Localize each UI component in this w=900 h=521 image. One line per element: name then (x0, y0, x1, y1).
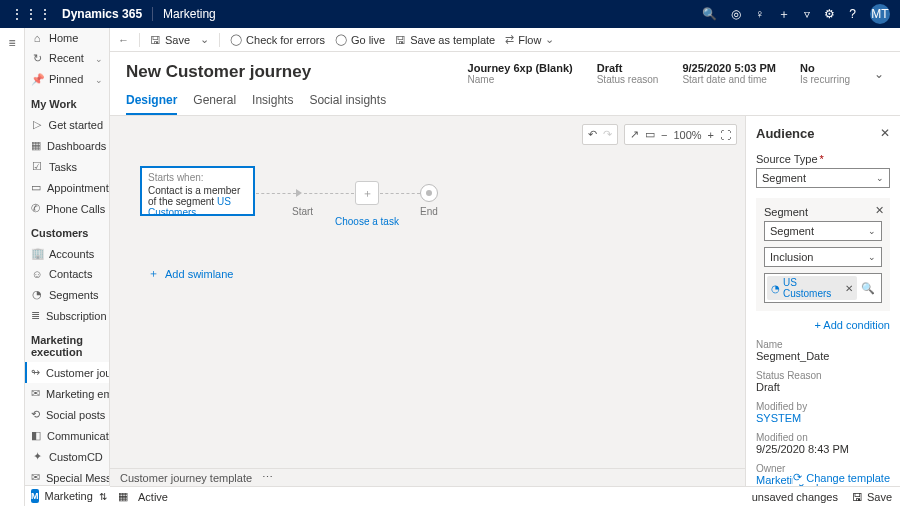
fullscreen[interactable]: ⛶ (720, 129, 731, 141)
tab-insights[interactable]: Insights (252, 93, 293, 115)
command-bar: ← 🖫Save ⌄ ◯Check for errors ◯Go live 🖫Sa… (110, 28, 900, 52)
calendar-icon: ▭ (31, 181, 41, 194)
settings-icon[interactable]: ⚙ (824, 7, 835, 21)
sidebar-contacts[interactable]: ☺Contacts (25, 264, 109, 284)
group-my-work: My Work (25, 90, 109, 114)
sidebar-phone[interactable]: ✆Phone Calls (25, 198, 109, 219)
inclusion-select[interactable]: Inclusion⌄ (764, 247, 882, 267)
segment-name: Segment_Date (756, 350, 890, 362)
live-icon: ◯ (335, 33, 347, 46)
template-more[interactable]: ⋯ (262, 471, 273, 484)
search-icon[interactable]: 🔍 (702, 7, 717, 21)
check-errors[interactable]: ◯Check for errors (230, 33, 325, 46)
status-bar: ▦ Active unsaved changes 🖫Save (110, 486, 900, 506)
filter-icon[interactable]: ▿ (804, 7, 810, 21)
sidebar-appointments[interactable]: ▭Appointments (25, 177, 109, 198)
play-icon: ▷ (31, 118, 43, 131)
swap-icon: ⟳ (793, 471, 802, 484)
segment-icon: ◔ (31, 288, 43, 301)
audience-node[interactable]: Starts when: Contact is a member of the … (140, 166, 255, 216)
back-icon: ← (118, 34, 129, 46)
sidebar-recent[interactable]: ↻Recent⌄ (25, 48, 109, 69)
add-condition[interactable]: + Add condition (814, 319, 890, 331)
segment-type-select[interactable]: Segment⌄ (764, 221, 882, 241)
redo-button[interactable]: ↷ (603, 128, 612, 141)
go-live[interactable]: ◯Go live (335, 33, 385, 46)
message-icon: ✉ (31, 471, 40, 484)
zoom-out[interactable]: − (661, 129, 667, 141)
segment-chip: ◔US Customers✕ (767, 276, 857, 300)
change-template[interactable]: ⟳Change template (793, 471, 890, 484)
hamburger-icon[interactable]: ≡ (8, 36, 15, 50)
record-status: Active (138, 491, 168, 503)
brand: Dynamics 365 (62, 7, 142, 21)
sidebar-pinned[interactable]: 📌Pinned⌄ (25, 69, 109, 90)
help-icon[interactable]: ? (849, 7, 856, 21)
check-icon: ☑ (31, 160, 43, 173)
flow-icon: ⇄ (505, 33, 514, 46)
flow-menu[interactable]: ⇄Flow⌄ (505, 33, 554, 46)
task-icon[interactable]: ◎ (731, 7, 741, 21)
start-label: Start (292, 206, 313, 217)
add-icon[interactable]: ＋ (778, 6, 790, 23)
sidebar-social[interactable]: ⟲Social posts (25, 404, 109, 425)
sidebar-comm[interactable]: ◧Communication D… (25, 425, 109, 446)
pin-icon: 📌 (31, 73, 43, 86)
end-label: End (420, 206, 438, 217)
back-button[interactable]: ← (118, 34, 129, 46)
footer-save[interactable]: 🖫Save (852, 491, 892, 503)
close-icon[interactable]: ✕ (880, 126, 890, 140)
add-swimlane[interactable]: ＋Add swimlane (148, 266, 233, 281)
updown-icon: ⇅ (99, 491, 107, 502)
save-split[interactable]: ⌄ (200, 33, 209, 46)
app-launcher-icon[interactable]: ⋮⋮⋮ (10, 6, 52, 22)
save-template[interactable]: 🖫Save as template (395, 34, 495, 46)
canvas-footer: Customer journey template ⋯ (110, 468, 745, 486)
sidebar-tasks[interactable]: ☑Tasks (25, 156, 109, 177)
sidebar-segments[interactable]: ◔Segments (25, 284, 109, 305)
sidebar-emails[interactable]: ✉Marketing emails (25, 383, 109, 404)
unsaved-indicator: unsaved changes (752, 491, 838, 503)
area-switcher[interactable]: M Marketing ⇅ (25, 485, 110, 506)
group-customers: Customers (25, 219, 109, 243)
sidebar-subs[interactable]: ≣Subscription lists (25, 305, 109, 326)
add-task-node[interactable]: ＋ (355, 181, 379, 205)
properties-pane: ✕ Audience Source Type Segment⌄ ✕ Segmen… (745, 116, 900, 506)
minimap-toggle[interactable]: ▭ (645, 128, 655, 141)
sidebar-custom[interactable]: ✦CustomCD (25, 446, 109, 467)
source-type-select[interactable]: Segment⌄ (756, 168, 890, 188)
segment-lookup[interactable]: ◔US Customers✕ 🔍 (764, 273, 882, 303)
designer-canvas[interactable]: ↶↷ ↗▭−100%+⛶ Starts when: Contact is a m… (110, 116, 745, 506)
undo-button[interactable]: ↶ (588, 128, 597, 141)
sidebar-home[interactable]: ⌂Home (25, 28, 109, 48)
sidebar-customer-journeys[interactable]: ↬Customer journeys (25, 362, 109, 383)
dashboard-icon: ▦ (31, 139, 41, 152)
segment-icon: ◔ (771, 283, 780, 294)
connector-tool[interactable]: ↗ (630, 128, 639, 141)
tab-social[interactable]: Social insights (309, 93, 386, 115)
modified-by[interactable]: SYSTEM (756, 412, 890, 424)
record-header: New Customer journey Journey 6xp (Blank)… (110, 52, 900, 85)
area-badge: M (31, 489, 39, 503)
tab-designer[interactable]: Designer (126, 93, 177, 115)
end-node[interactable] (420, 184, 438, 202)
save-button[interactable]: 🖫Save (150, 34, 190, 46)
custom-icon: ✦ (31, 450, 43, 463)
assistant-icon[interactable]: ♀ (755, 7, 764, 21)
chevron-down-icon: ⌄ (200, 33, 209, 46)
header-expand[interactable]: ⌄ (874, 67, 884, 81)
sidebar-accounts[interactable]: 🏢Accounts (25, 243, 109, 264)
chip-remove[interactable]: ✕ (845, 283, 853, 294)
remove-segment-icon[interactable]: ✕ (875, 204, 884, 217)
phone-icon: ✆ (31, 202, 40, 215)
sidebar-get-started[interactable]: ▷Get started (25, 114, 109, 135)
comm-icon: ◧ (31, 429, 41, 442)
sidebar-dashboards[interactable]: ▦Dashboards (25, 135, 109, 156)
tab-general[interactable]: General (193, 93, 236, 115)
share-icon: ⟲ (31, 408, 40, 421)
choose-task-link[interactable]: Choose a task (335, 216, 399, 227)
zoom-in[interactable]: + (708, 129, 714, 141)
footer-icon[interactable]: ▦ (118, 490, 128, 503)
lookup-search-icon[interactable]: 🔍 (857, 282, 879, 295)
avatar[interactable]: MT (870, 4, 890, 24)
